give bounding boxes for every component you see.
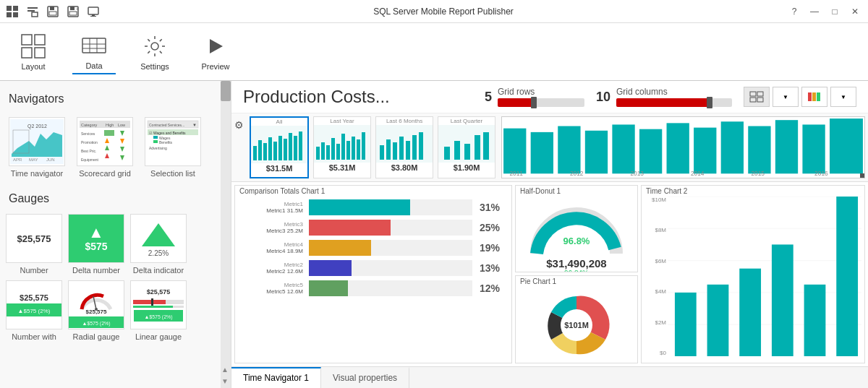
svg-rect-16 [35,35,45,45]
svg-rect-75 [812,92,816,101]
gauge-delta-number-box: ▲ $575 [68,214,124,263]
maximize-btn[interactable]: □ [827,4,842,19]
grid-rows-slider[interactable] [498,98,584,107]
svg-text:2014: 2014 [691,170,705,177]
svg-rect-108 [444,147,450,160]
chart-thumb-lastyear[interactable]: Last Year $5.31M [313,116,371,178]
svg-text:2013: 2013 [630,170,644,177]
layout-view-btn[interactable] [744,87,770,107]
svg-rect-101 [386,139,391,160]
nav-item-time[interactable]: APR MAY JUN Q2 2012 Time navigator [6,114,68,181]
preview-label: Preview [201,62,229,71]
scorecard-label: Scorecard grid [79,169,131,178]
svg-text:▼: ▼ [192,123,197,127]
nav-item-selection[interactable]: Contracted Services... ▼ Wages and Benef… [142,114,204,181]
gauge-linear[interactable]: $25,575 ▲$575 (2%) Linear [130,280,187,341]
svg-rect-72 [750,98,756,102]
tab-time-navigator[interactable]: Time Navigator 1 [231,367,321,388]
main-container: ▲ ▼ Navigators APR MAY JUN [0,81,868,388]
data-label: Data [85,61,102,70]
svg-rect-59 [153,140,158,143]
chart-thumb-all[interactable]: All $31.5M [250,116,309,178]
chevron-down-btn[interactable]: ▼ [773,87,799,107]
svg-rect-79 [258,140,262,160]
comp-label-4: Metric4 Metric4 18.9M [241,241,306,254]
svg-rect-110 [464,144,470,160]
toolbar-settings[interactable]: Settings [133,30,176,74]
time-chart-2-body: $10M $8M $6M $4M $2M $0 [642,197,864,360]
svg-rect-145 [739,268,761,356]
gauge-delta-number[interactable]: ▲ $575 Delta number [68,214,124,275]
thumb-all-svg [251,126,307,163]
tab-visual-properties[interactable]: Visual properties [321,367,409,388]
settings-gear[interactable]: ⚙ [231,113,247,181]
time-chart-2-svg: 2011 2012 2013 2014 2015 2016 [668,197,861,357]
resize-handle[interactable] [860,173,865,178]
svg-text:Category: Category [81,123,98,127]
time-nav-svg: APR MAY JUN Q2 2012 [10,119,64,164]
thumb-all-val: $31.5M [265,163,294,173]
navigators-title: Navigators [9,92,213,105]
svg-rect-81 [268,137,272,160]
palette-chevron-btn[interactable]: ▼ [830,87,856,107]
scroll-thumb[interactable] [221,81,231,101]
svg-text:Q2 2012: Q2 2012 [27,124,47,129]
svg-rect-66 [133,300,166,304]
scorecard-svg: Category High Low Services Promotion Bes… [78,119,132,164]
svg-rect-146 [772,244,793,356]
scorecard-thumb: Category High Low Services Promotion Bes… [77,117,133,166]
gauge-number[interactable]: $25,575 Number [6,214,62,275]
help-btn[interactable]: ? [787,4,801,19]
gauge-delta-indicator[interactable]: 2.25% Delta indicator [130,214,187,275]
grid-rows-control: 5 Grid rows [485,87,584,107]
grid-cols-slider[interactable] [616,98,732,107]
right-panel: Production Costs... 5 Grid rows 10 Grid … [231,81,868,388]
scrollbar[interactable]: ▲ ▼ [221,81,231,388]
gauge-radial-label: Radial gauge [68,332,124,341]
comp-row-4: Metric4 Metric4 18.9M 19% [241,240,506,256]
svg-rect-10 [69,12,77,15]
left-panel: ▲ ▼ Navigators APR MAY JUN [0,81,231,388]
svg-rect-82 [273,142,277,160]
chevron-down-icon: ▼ [783,94,788,100]
gauge-number-val: $25,575 [17,233,51,244]
svg-text:JUN: JUN [46,158,55,162]
svg-rect-126 [830,118,863,173]
chart-thumb-last6m[interactable]: Last 6 Months $3.80M [375,116,433,178]
report-controls: ▼ ▼ [744,87,856,107]
toolbar-preview[interactable]: Preview [194,30,237,74]
settings-label: Settings [140,62,169,71]
svg-rect-57 [153,136,158,139]
svg-rect-93 [336,144,340,160]
svg-rect-19 [82,38,106,53]
comp-pct-1: 31% [480,202,506,213]
svg-rect-1 [13,6,18,11]
nav-item-scorecard[interactable]: Category High Low Services Promotion Bes… [74,114,136,181]
linear-gauge-svg [133,296,184,310]
app-title: SQL Server Mobile Report Publisher [100,7,787,17]
gauge-delta-indicator-box: 2.25% [130,214,187,263]
y-axis-labels: $10M $8M $6M $4M $2M $0 [644,197,668,357]
gauge-number-box: $25,575 [6,214,62,263]
svg-rect-109 [454,141,460,160]
toolbar-layout[interactable]: Layout [12,30,55,74]
comp-bar-5 [309,280,472,296]
svg-text:+: + [76,7,79,12]
svg-rect-112 [483,132,489,160]
close-btn[interactable]: ✕ [848,4,862,19]
gauge-number-with[interactable]: $25,575 ▲$575 (2%) Number with [6,280,62,341]
gauge-radial[interactable]: $25,575 ▲$575 (2%) Radial gauge [68,280,124,341]
time-nav-label: Time navigator [11,169,63,178]
thumb-ly-val: $5.31M [328,163,357,173]
svg-rect-98 [362,132,365,160]
thumb-lq-label: Last Quarter [448,117,485,125]
minimize-btn[interactable]: — [807,4,822,19]
gauge-numwith-sub: ▲$575 (2%) [7,303,61,316]
toolbar-data[interactable]: Data [72,30,116,74]
palette-btn[interactable] [801,87,827,107]
chart-thumb-lastq[interactable]: Last Quarter $1.90M [438,116,495,178]
delta-arrow-svg [140,220,176,249]
charts-left: Comparison Totals Chart 1 Metric1 Metric… [234,185,512,364]
comp-pct-2: 13% [480,262,506,274]
y-label-0: $0 [660,350,666,356]
